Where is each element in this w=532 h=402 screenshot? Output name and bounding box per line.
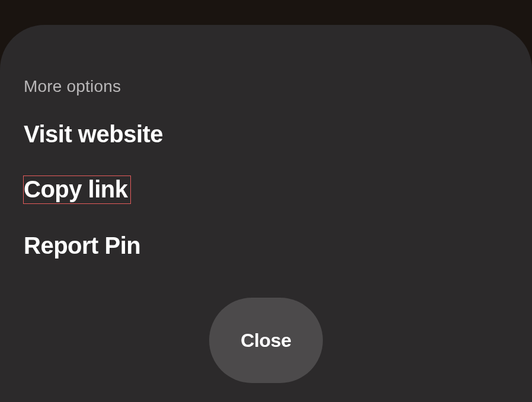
menu-item-report-pin[interactable]: Report Pin <box>24 232 140 259</box>
menu-list: Visit website Copy link Report Pin <box>24 121 508 259</box>
menu-item-visit-website[interactable]: Visit website <box>24 121 163 147</box>
close-button[interactable]: Close <box>209 298 323 383</box>
menu-item-copy-link[interactable]: Copy link <box>23 176 131 204</box>
options-sheet: More options Visit website Copy link Rep… <box>0 25 532 402</box>
section-title: More options <box>24 77 508 96</box>
